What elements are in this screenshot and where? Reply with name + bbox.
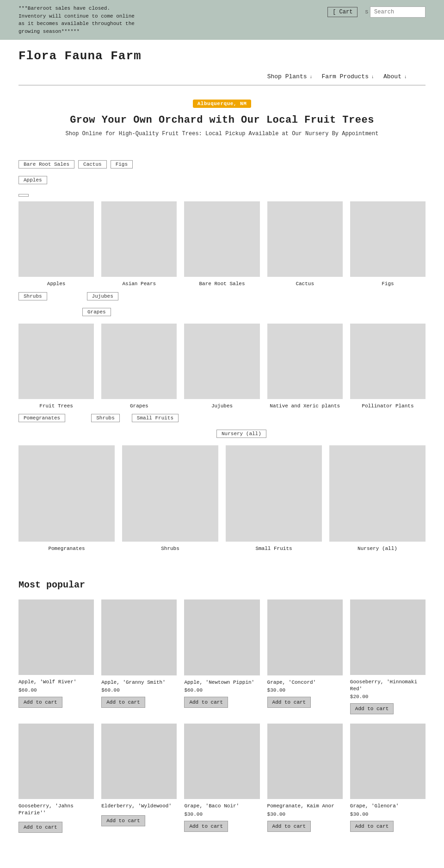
filter-nursery-all[interactable]: Nursery (all)	[216, 430, 266, 438]
category-image-asian-pears	[101, 201, 177, 277]
category-card-cactus[interactable]: Cactus	[267, 201, 343, 287]
cart-bracket-left: [	[333, 9, 339, 15]
cart-label: Cart	[339, 9, 353, 15]
category-image-native-xeric	[267, 324, 343, 399]
nav-about[interactable]: About	[383, 73, 407, 80]
category-card-apples[interactable]: Apples	[18, 201, 94, 287]
product-name-glenora: Grape, 'Glenora'	[350, 803, 399, 809]
filter-jujubes[interactable]: Jujubes	[87, 292, 118, 300]
category-card-figs[interactable]: Figs	[350, 201, 426, 287]
location-badge: Albuquerque, NM	[193, 100, 252, 108]
category-label-nursery-all: Nursery (all)	[358, 545, 397, 552]
products-grid-row2: Gooseberry, 'Jahns Prairie'' Add to cart…	[18, 724, 426, 833]
filter-cactus[interactable]: Cactus	[78, 160, 107, 169]
main-nav: Shop Plants Farm Products About	[18, 69, 426, 85]
category-label-grapes: Grapes	[130, 403, 148, 409]
banner-right: [ Cart S	[327, 6, 426, 18]
filter-small-fruits[interactable]: Small Fruits	[132, 414, 179, 422]
product-card-hinnomaki: Gooseberry, 'Hinnomaki Red' $20.00 Add t…	[350, 599, 426, 714]
category-card-asian-pears[interactable]: Asian Pears	[101, 201, 177, 287]
site-header: Flora Fauna Farm	[0, 40, 444, 63]
category-image-cactus	[267, 201, 343, 277]
category-image-fruit-trees	[18, 324, 94, 399]
category-grid-row2: Fruit Trees Grapes Jujubes Native and Xe…	[18, 324, 426, 410]
category-image-shrubs	[122, 445, 218, 542]
add-to-cart-newtown-pippin[interactable]: Add to cart	[184, 697, 228, 708]
category-image-pollinator	[350, 324, 426, 399]
product-card-glenora: Grape, 'Glenora' $30.00 Add to cart	[350, 724, 426, 833]
category-card-grapes[interactable]: Grapes	[101, 324, 177, 410]
search-input[interactable]	[370, 6, 426, 18]
product-price-hinnomaki: $20.00	[350, 694, 369, 699]
filter-tag-row3: Shrubs Jujubes	[18, 292, 426, 300]
add-to-cart-hinnomaki[interactable]: Add to cart	[350, 703, 394, 714]
add-to-cart-concord[interactable]: Add to cart	[267, 697, 311, 708]
product-card-concord: Grape, 'Concord' $30.00 Add to cart	[267, 599, 343, 714]
filter-apples-sub[interactable]	[18, 194, 29, 197]
product-price-kaim-anor: $30.00	[267, 812, 286, 817]
category-label-asian-pears: Asian Pears	[122, 281, 156, 287]
filter-fruit-trees[interactable]: Shrubs	[18, 292, 47, 300]
add-to-cart-jahns-prairie[interactable]: Add to cart	[18, 822, 62, 833]
filter-apples[interactable]: Apples	[18, 176, 47, 184]
product-card-wyldewood: Elderberry, 'Wyldewood' Add to cart	[101, 724, 177, 833]
hero-section: Albuquerque, NM Grow Your Own Orchard wi…	[0, 86, 444, 156]
category-image-figs	[350, 201, 426, 277]
product-image-wolf-river	[18, 599, 94, 675]
product-price-concord: $30.00	[267, 687, 286, 693]
nav-shop-plants[interactable]: Shop Plants	[267, 73, 313, 80]
product-card-newtown-pippin: Apple, 'Newtown Pippin' $60.00 Add to ca…	[184, 599, 259, 714]
filter-tag-row4: Grapes	[18, 308, 426, 316]
category-card-nursery-all[interactable]: Nursery (all)	[329, 445, 426, 552]
cart-link[interactable]: [ Cart	[327, 7, 358, 17]
add-to-cart-glenora[interactable]: Add to cart	[350, 821, 394, 832]
category-image-small-fruits	[226, 445, 322, 542]
category-label-shrubs: Shrubs	[161, 545, 179, 552]
product-card-wolf-river: Apple, 'Wolf River' $60.00 Add to cart	[18, 599, 94, 714]
category-card-native-xeric[interactable]: Native and Xeric plants	[267, 324, 343, 410]
category-label-fruit-trees: Fruit Trees	[39, 403, 73, 409]
product-image-wyldewood	[101, 724, 177, 799]
products-grid-row1: Apple, 'Wolf River' $60.00 Add to cart A…	[18, 599, 426, 714]
add-to-cart-baco-noir[interactable]: Add to cart	[184, 821, 228, 832]
add-to-cart-granny-smith[interactable]: Add to cart	[101, 697, 145, 708]
product-price-baco-noir: $30.00	[184, 812, 203, 817]
product-name-kaim-anor: Pomegranate, Kaim Anor	[267, 803, 334, 809]
product-image-baco-noir	[184, 724, 259, 799]
product-name-hinnomaki: Gooseberry, 'Hinnomaki Red'	[350, 679, 426, 692]
filter-pomegranates[interactable]: Pomegranates	[18, 414, 65, 422]
product-name-baco-noir: Grape, 'Baco Noir'	[184, 803, 239, 809]
site-title: Flora Fauna Farm	[18, 49, 426, 63]
category-label-figs: Figs	[382, 281, 394, 287]
most-popular-section: Most popular Apple, 'Wolf River' $60.00 …	[0, 575, 444, 847]
hero-subtitle: Shop Online for High-Quality Fruit Trees…	[18, 131, 426, 137]
filter-figs[interactable]: Figs	[111, 160, 133, 169]
product-card-granny-smith: Apple, 'Granny Smith' $60.00 Add to cart	[101, 599, 177, 714]
filter-tag-row2: Apples	[18, 176, 426, 184]
product-price-newtown-pippin: $60.00	[184, 687, 203, 693]
product-price-wolf-river: $60.00	[18, 687, 37, 693]
category-card-shrubs[interactable]: Shrubs	[122, 445, 218, 552]
category-card-pollinator[interactable]: Pollinator Plants	[350, 324, 426, 410]
category-card-small-fruits[interactable]: Small Fruits	[226, 445, 322, 552]
product-image-granny-smith	[101, 599, 177, 675]
product-price-glenora: $30.00	[350, 812, 369, 817]
category-image-pomegranates	[18, 445, 115, 542]
category-card-fruit-trees[interactable]: Fruit Trees	[18, 324, 94, 410]
category-card-jujubes[interactable]: Jujubes	[184, 324, 259, 410]
filter-grapes[interactable]: Grapes	[82, 308, 111, 316]
filter-shrubs[interactable]: Shrubs	[91, 414, 120, 422]
category-label-native-xeric: Native and Xeric plants	[270, 403, 340, 409]
add-to-cart-kaim-anor[interactable]: Add to cart	[267, 821, 311, 832]
category-grid-row1: Apples Asian Pears Bare Root Sales Cactu…	[18, 201, 426, 287]
filter-bare-root[interactable]: Bare Root Sales	[18, 160, 74, 169]
category-label-bare-root: Bare Root Sales	[199, 281, 245, 287]
category-card-pomegranates[interactable]: Pomegranates	[18, 445, 115, 552]
hero-title: Grow Your Own Orchard with Our Local Fru…	[18, 114, 426, 126]
nav-farm-products[interactable]: Farm Products	[322, 73, 374, 80]
add-to-cart-wyldewood[interactable]: Add to cart	[101, 815, 145, 826]
add-to-cart-wolf-river[interactable]: Add to cart	[18, 697, 62, 708]
category-card-bare-root[interactable]: Bare Root Sales	[184, 201, 259, 287]
product-image-kaim-anor	[267, 724, 343, 799]
product-name-concord: Grape, 'Concord'	[267, 679, 316, 686]
